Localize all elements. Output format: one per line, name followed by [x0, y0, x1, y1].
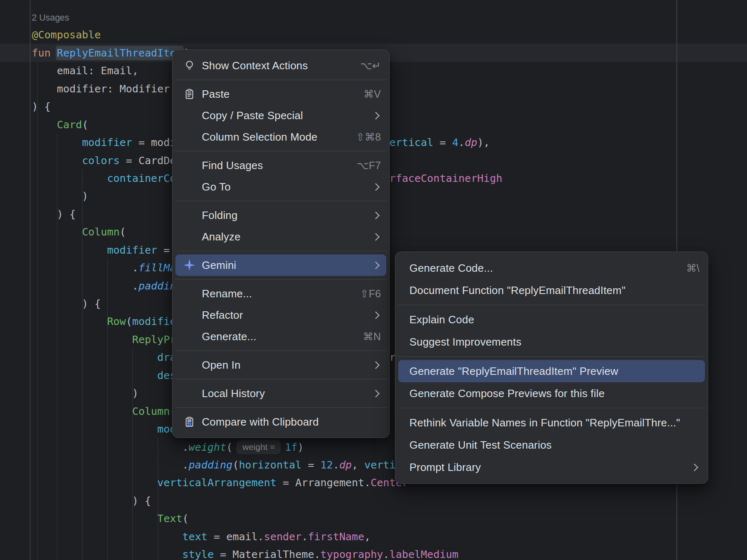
- menu-item-generate-compose-previews-for-this-file[interactable]: Generate Compose Previews for this file: [398, 382, 705, 405]
- code-token: ): [32, 190, 88, 202]
- menu-item-label: Analyze: [202, 231, 363, 243]
- code-token: Row: [107, 315, 126, 327]
- code-token: email: Email,: [32, 65, 138, 77]
- menu-item-column-selection-mode[interactable]: Column Selection Mode⇧⌘8: [175, 126, 386, 148]
- lightbulb-icon: [183, 59, 196, 72]
- gemini-star-icon: [183, 259, 196, 271]
- code-token: [32, 226, 82, 238]
- chevron-right-icon: [690, 464, 698, 471]
- code-token: [32, 351, 157, 363]
- menu-separator: [175, 407, 387, 408]
- menu-item-gemini[interactable]: Gemini: [175, 254, 386, 276]
- code-token: typography: [320, 548, 383, 560]
- paste-icon: [183, 88, 196, 100]
- menu-item-label: Generate...: [202, 330, 353, 343]
- code-token: text: [182, 531, 208, 543]
- code-token: ),: [477, 136, 489, 148]
- code-token: [32, 531, 182, 543]
- menu-item-generate-replyemailthreaditem-preview[interactable]: Generate "ReplyEmailThreadItem" Preview: [398, 360, 705, 382]
- menu-separator: [175, 201, 387, 201]
- menu-item-generate-unit-test-scenarios[interactable]: Generate Unit Test Scenarios: [398, 434, 705, 456]
- menu-item-shortcut: ⌘\: [686, 262, 700, 274]
- code-token: [32, 369, 157, 381]
- code-token: [32, 477, 157, 489]
- menu-item-folding[interactable]: Folding: [175, 205, 386, 226]
- menu-item-go-to[interactable]: Go To: [175, 176, 386, 198]
- chevron-right-icon: [372, 233, 379, 240]
- chevron-right-icon: [372, 183, 379, 191]
- menu-item-generate[interactable]: Generate...⌘N: [175, 326, 386, 347]
- menu-item-label: Generate Compose Previews for this file: [409, 387, 700, 400]
- menu-separator: [175, 379, 387, 379]
- gemini-submenu: Generate Code...⌘\Document Function "Rep…: [395, 252, 708, 484]
- selected-identifier: ReplyEmailThreadItem: [57, 47, 182, 59]
- menu-item-explain-code[interactable]: Explain Code: [398, 308, 705, 331]
- code-token: firstName: [308, 531, 364, 543]
- menu-separator: [398, 305, 705, 305]
- chevron-right-icon: [372, 261, 379, 269]
- menu-separator: [175, 251, 387, 251]
- code-token: style: [182, 548, 214, 560]
- menu-item-compare-with-clipboard[interactable]: Compare with Clipboard: [175, 411, 386, 433]
- code-token: @Composable: [32, 29, 101, 41]
- code-token: vertical: [383, 136, 433, 148]
- menu-item-generate-code[interactable]: Generate Code...⌘\: [398, 257, 705, 279]
- chevron-right-icon: [372, 311, 379, 319]
- code-token: horizontal: [239, 459, 302, 471]
- code-token: [32, 315, 107, 327]
- menu-item-open-in[interactable]: Open In: [175, 354, 386, 376]
- menu-separator: [175, 279, 387, 280]
- menu-item-shortcut: ⌘N: [363, 331, 381, 343]
- code-token: surfaceContainerHigh: [377, 172, 502, 184]
- menu-item-rethink-variable-names-in-function-replyemailthre[interactable]: Rethink Variable Names in Function "Repl…: [398, 412, 705, 434]
- menu-item-label: Copy / Paste Special: [202, 109, 363, 122]
- code-line: 2 Usages: [32, 8, 502, 26]
- compare-clipboard-icon: [183, 416, 196, 428]
- code-line: style = MaterialTheme.typography.labelMe…: [32, 546, 502, 560]
- code-token: ) {: [32, 298, 101, 310]
- code-token: [32, 155, 82, 167]
- menu-item-label: Find Usages: [202, 159, 347, 172]
- menu-item-copy-paste-special[interactable]: Copy / Paste Special: [175, 105, 386, 126]
- menu-item-label: Paste: [202, 88, 354, 101]
- menu-item-refactor[interactable]: Refactor: [175, 304, 386, 326]
- menu-item-label: Column Selection Mode: [202, 131, 346, 144]
- menu-item-suggest-improvements[interactable]: Suggest Improvements: [398, 331, 705, 353]
- code-token: labelMedium: [390, 548, 459, 560]
- menu-item-shortcut: ⇧⌘8: [356, 131, 381, 143]
- code-token: colors: [82, 155, 120, 167]
- menu-item-show-context-actions[interactable]: Show Context Actions⌥↵: [175, 55, 386, 76]
- code-token: =: [302, 459, 321, 471]
- code-token: 12: [320, 459, 333, 471]
- code-token: modifier: [107, 244, 157, 256]
- code-token: ) {: [32, 101, 51, 113]
- code-line: Text(: [32, 510, 502, 527]
- menu-separator: [175, 351, 387, 351]
- code-token: [32, 172, 107, 184]
- menu-item-document-function-replyemailthreaditem[interactable]: Document Function "ReplyEmailThreadItem": [398, 279, 705, 301]
- code-token: [32, 136, 82, 148]
- menu-item-find-usages[interactable]: Find Usages⌥F7: [175, 155, 386, 176]
- menu-item-shortcut: ⌥↵: [360, 60, 381, 72]
- menu-item-analyze[interactable]: Analyze: [175, 226, 386, 247]
- code-token: .: [32, 459, 189, 471]
- chevron-right-icon: [372, 361, 379, 369]
- menu-item-label: Gemini: [202, 259, 363, 272]
- code-token: [32, 244, 107, 256]
- menu-item-local-history[interactable]: Local History: [175, 383, 386, 404]
- code-token: .: [32, 262, 138, 274]
- code-token: .: [459, 136, 465, 148]
- menu-item-label: Rename...: [202, 287, 350, 300]
- chevron-right-icon: [372, 390, 379, 397]
- menu-item-prompt-library[interactable]: Prompt Library: [398, 456, 705, 478]
- menu-item-label: Refactor: [202, 309, 363, 322]
- code-token: ): [298, 441, 304, 453]
- code-token: =: [433, 136, 452, 148]
- code-token: (: [126, 315, 132, 327]
- code-token: ) {: [32, 495, 151, 507]
- menu-item-paste[interactable]: Paste⌘V: [175, 83, 386, 105]
- menu-item-label: Document Function "ReplyEmailThreadItem": [409, 284, 700, 297]
- code-token: 2 Usages: [32, 13, 69, 23]
- inlay-hint-parameter[interactable]: weight =: [236, 440, 281, 454]
- menu-item-rename[interactable]: Rename...⇧F6: [175, 283, 386, 304]
